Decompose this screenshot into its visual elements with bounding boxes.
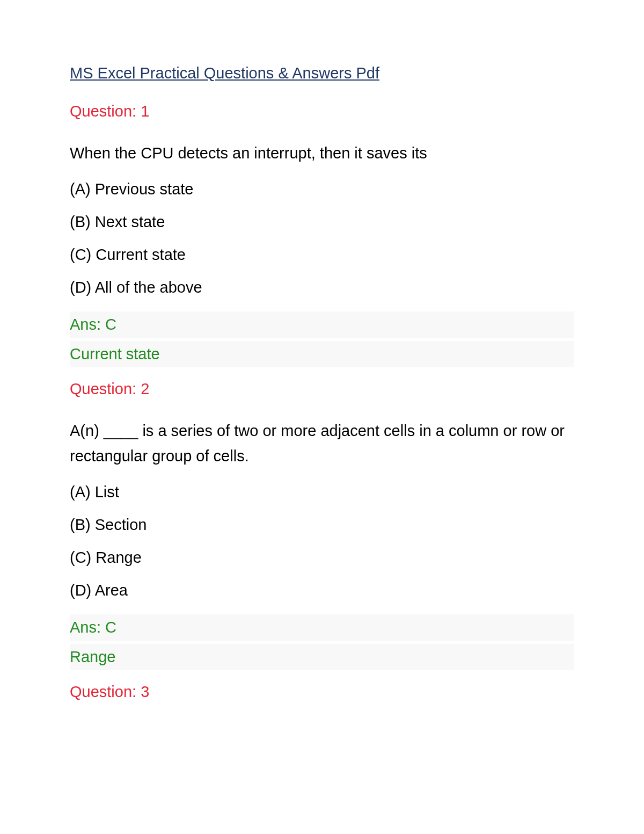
question-label-2: Question: 2 bbox=[70, 380, 574, 398]
question-1-option-a: (A) Previous state bbox=[70, 180, 574, 198]
question-1-option-d: (D) All of the above bbox=[70, 279, 574, 296]
answer-text-1: Current state bbox=[70, 345, 160, 362]
answer-block-2-label: Ans: C bbox=[70, 614, 574, 641]
answer-label-1: Ans: C bbox=[70, 316, 116, 333]
answer-block-1-text: Current state bbox=[70, 341, 574, 367]
spacer bbox=[70, 673, 574, 683]
question-text-2: A(n) ____ is a series of two or more adj… bbox=[70, 418, 574, 468]
question-text-1: When the CPU detects an interrupt, then … bbox=[70, 141, 574, 165]
spacer bbox=[70, 371, 574, 380]
question-label-1: Question: 1 bbox=[70, 103, 574, 120]
answer-block-2-text: Range bbox=[70, 644, 574, 670]
answer-text-2: Range bbox=[70, 648, 115, 665]
question-2-option-a: (A) List bbox=[70, 483, 574, 501]
question-label-3: Question: 3 bbox=[70, 683, 574, 701]
question-2-option-d: (D) Area bbox=[70, 582, 574, 599]
document-title: MS Excel Practical Questions & Answers P… bbox=[70, 64, 574, 82]
question-1-option-b: (B) Next state bbox=[70, 213, 574, 231]
question-2-option-c: (C) Range bbox=[70, 549, 574, 567]
answer-label-2: Ans: C bbox=[70, 619, 116, 636]
answer-block-1-label: Ans: C bbox=[70, 311, 574, 338]
question-1-option-c: (C) Current state bbox=[70, 246, 574, 264]
question-2-option-b: (B) Section bbox=[70, 516, 574, 534]
